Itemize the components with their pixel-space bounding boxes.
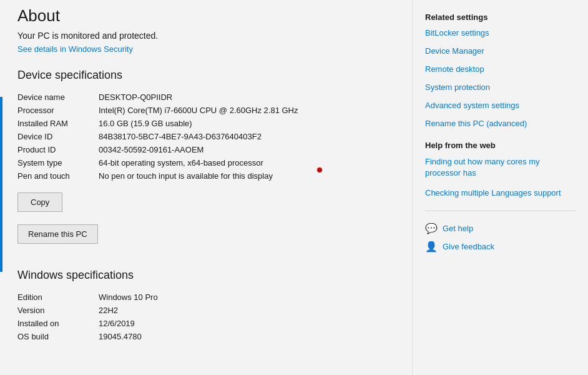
table-row: Device nameDESKTOP-Q0PIIDR [17,91,393,104]
spec-label: Device ID [17,130,99,143]
spec-label: Processor [17,104,99,117]
page-title: About [17,6,393,26]
get-help-link[interactable]: Get help [443,224,473,233]
spec-value: 22H2 [99,304,393,317]
get-help-icon: 💬 [425,222,438,234]
device-specs-heading: Device specifications [17,69,393,82]
sidebar-settings-link[interactable]: Remote desktop [425,64,576,74]
sidebar-help-link[interactable]: Finding out how many cores my processor … [425,156,576,179]
spec-value: 19045.4780 [99,330,393,343]
table-row: System type64-bit operating system, x64-… [17,156,393,169]
accent-bar [0,97,2,272]
sidebar-settings-link[interactable]: Rename this PC (advanced) [425,119,576,128]
get-help-row[interactable]: 💬 Get help [425,222,576,234]
protected-message: Your PC is monitored and protected. [17,31,393,41]
spec-label: Version [17,304,99,317]
device-specs-table: Device nameDESKTOP-Q0PIIDRProcessorIntel… [17,91,393,182]
spec-value: 12/6/2019 [99,317,393,330]
spec-value: No pen or touch input is available for t… [99,169,393,182]
spec-value: Windows 10 Pro [99,291,393,304]
give-feedback-icon: 👤 [425,241,438,252]
security-link[interactable]: See details in Windows Security [17,44,393,54]
divider [425,211,576,211]
related-settings-section: Related settings BitLocker settingsDevic… [425,12,576,128]
sidebar-settings-link[interactable]: Advanced system settings [425,101,576,110]
sidebar-settings-link[interactable]: System protection [425,82,576,92]
spec-label: Pen and touch [17,169,99,182]
windows-specs-heading: Windows specifications [17,269,393,282]
table-row: OS build19045.4780 [17,330,393,343]
help-web-section: Help from the web Finding out how many c… [425,141,576,199]
spec-value: DESKTOP-Q0PIIDR [99,91,393,104]
table-row: Installed RAM16.0 GB (15.9 GB usable) [17,117,393,130]
windows-specs-section: Windows specifications EditionWindows 10… [17,269,393,343]
spec-label: Installed on [17,317,99,330]
sidebar-settings-link[interactable]: BitLocker settings [425,28,576,38]
table-row: EditionWindows 10 Pro [17,291,393,304]
table-row: Product ID00342-50592-09161-AAOEM [17,143,393,156]
spec-label: Device name [17,91,99,104]
table-row: ProcessorIntel(R) Core(TM) i7-6600U CPU … [17,104,393,117]
rename-pc-button[interactable]: Rename this PC [17,224,98,244]
spec-label: System type [17,156,99,169]
give-feedback-link[interactable]: Give feedback [443,242,494,251]
spec-value: 00342-50592-09161-AAOEM [99,143,393,156]
spec-value: Intel(R) Core(TM) i7-6600U CPU @ 2.60GHz… [99,104,393,117]
sidebar-help-link[interactable]: Checking multiple Languages support [425,188,576,199]
sidebar: Related settings BitLocker settingsDevic… [412,0,588,375]
related-settings-heading: Related settings [425,12,576,22]
spec-label: Product ID [17,143,99,156]
spec-value: 16.0 GB (15.9 GB usable) [99,117,393,130]
spec-label: OS build [17,330,99,343]
spec-value: 84B38170-5BC7-4BE7-9A43-D637640403F2 [99,130,393,143]
sidebar-settings-link[interactable]: Device Manager [425,46,576,56]
dot-indicator [317,168,322,172]
copy-button[interactable]: Copy [17,192,62,212]
spec-value: 64-bit operating system, x64-based proce… [99,156,393,169]
windows-specs-table: EditionWindows 10 ProVersion22H2Installe… [17,291,393,343]
spec-label: Edition [17,291,99,304]
table-row: Device ID84B38170-5BC7-4BE7-9A43-D637640… [17,130,393,143]
table-row: Pen and touchNo pen or touch input is av… [17,169,393,182]
help-web-heading: Help from the web [425,141,576,150]
table-row: Version22H2 [17,304,393,317]
spec-label: Installed RAM [17,117,99,130]
table-row: Installed on12/6/2019 [17,317,393,330]
main-content: About Your PC is monitored and protected… [0,0,412,375]
give-feedback-row[interactable]: 👤 Give feedback [425,241,576,252]
